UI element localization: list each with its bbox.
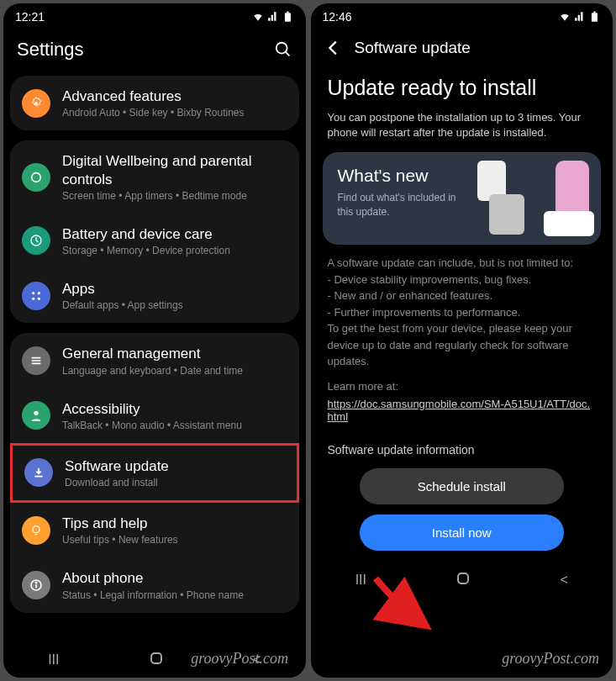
install-now-button[interactable]: Install now: [360, 515, 564, 551]
signal-icon: [574, 11, 586, 23]
page-title: Settings: [17, 39, 262, 61]
phone-right: 12:46 Software update Update ready to in…: [311, 3, 613, 678]
svg-point-10: [38, 297, 40, 299]
update-info: A software update can include, but is no…: [311, 255, 613, 380]
settings-group: General managementLanguage and keyboard …: [10, 333, 299, 612]
circle-icon: [22, 163, 50, 192]
settings-item-accessibility[interactable]: AccessibilityTalkBack • Mono audio • Ass…: [10, 388, 299, 443]
settings-item-text: General managementLanguage and keyboard …: [62, 345, 287, 376]
grid-icon: [22, 282, 50, 310]
download-icon: [24, 458, 53, 487]
settings-item-subtitle: Storage • Memory • Device protection: [62, 245, 287, 256]
settings-item-subtitle: Download and install: [65, 477, 285, 488]
svg-point-7: [32, 292, 34, 294]
nav-bar: III <: [3, 639, 306, 678]
svg-point-15: [33, 525, 39, 532]
settings-item-subtitle: TalkBack • Mono audio • Assistant menu: [62, 420, 287, 431]
svg-rect-0: [284, 13, 290, 21]
svg-point-5: [32, 172, 41, 182]
settings-item-title: Battery and device care: [62, 225, 287, 243]
back-icon[interactable]: [324, 39, 343, 57]
battery-icon: [22, 226, 50, 255]
settings-item-text: Digital Wellbeing and parental controlsS…: [62, 152, 287, 202]
settings-item-digital-wellbeing-and-parental-controls[interactable]: Digital Wellbeing and parental controlsS…: [10, 140, 299, 214]
settings-item-apps[interactable]: AppsDefault apps • App settings: [10, 268, 299, 323]
gear-icon: [22, 89, 50, 118]
bulb-icon: [22, 516, 50, 545]
settings-item-title: General management: [62, 345, 287, 362]
settings-item-subtitle: Status • Legal information • Phone name: [62, 589, 287, 601]
whats-new-images: [469, 161, 594, 236]
statusbar: 12:46: [311, 3, 613, 27]
settings-item-text: Tips and helpUseful tips • New features: [62, 515, 287, 546]
back-button[interactable]: <: [561, 573, 568, 588]
wifi-icon: [559, 11, 571, 23]
settings-item-advanced-features[interactable]: Advanced featuresAndroid Auto • Side key…: [10, 76, 299, 130]
svg-point-9: [32, 297, 34, 299]
status-time: 12:46: [323, 10, 352, 24]
search-icon[interactable]: [274, 40, 292, 59]
home-button[interactable]: [149, 651, 164, 669]
wifi-icon: [252, 11, 264, 23]
settings-item-text: Battery and device careStorage • Memory …: [62, 225, 287, 256]
settings-item-text: About phoneStatus • Legal information • …: [62, 569, 287, 600]
settings-item-battery-and-device-care[interactable]: Battery and device careStorage • Memory …: [10, 214, 299, 268]
settings-item-subtitle: Language and keyboard • Date and time: [62, 365, 287, 377]
settings-item-title: About phone: [62, 569, 287, 587]
settings-item-about-phone[interactable]: About phoneStatus • Legal information • …: [10, 557, 299, 612]
page-title: Software update: [355, 39, 600, 57]
recents-button[interactable]: III: [355, 573, 366, 588]
svg-point-2: [276, 43, 287, 54]
settings-item-title: Accessibility: [62, 400, 287, 418]
settings-list[interactable]: Advanced featuresAndroid Auto • Side key…: [3, 76, 306, 639]
settings-item-title: Advanced features: [62, 87, 287, 105]
settings-item-text: Advanced featuresAndroid Auto • Side key…: [62, 87, 287, 119]
svg-rect-23: [458, 573, 468, 583]
settings-item-subtitle: Android Auto • Side key • Bixby Routines: [62, 107, 287, 119]
back-button[interactable]: <: [253, 652, 261, 668]
svg-line-3: [285, 52, 289, 56]
svg-rect-20: [151, 653, 161, 663]
svg-point-19: [35, 582, 36, 583]
update-description: You can postpone the installation up to …: [311, 110, 613, 152]
settings-item-software-update[interactable]: Software updateDownload and install: [10, 443, 299, 503]
action-buttons: Schedule install Install now: [311, 462, 613, 559]
settings-item-text: AccessibilityTalkBack • Mono audio • Ass…: [62, 400, 287, 431]
home-button[interactable]: [455, 571, 471, 589]
whats-new-card[interactable]: What's new Find out what's included in t…: [323, 152, 602, 245]
learn-more-label: Learn more at:: [311, 380, 613, 393]
recents-button[interactable]: III: [48, 652, 59, 668]
settings-item-title: Apps: [62, 280, 287, 298]
svg-point-14: [34, 411, 38, 415]
settings-item-title: Software update: [65, 457, 285, 475]
settings-item-text: Software updateDownload and install: [65, 457, 285, 488]
settings-item-subtitle: Useful tips • New features: [62, 534, 287, 546]
software-update-info-label: Software update information: [311, 423, 613, 462]
learn-more-link[interactable]: https://doc.samsungmobile.com/SM-A515U1/…: [311, 398, 613, 423]
status-icons: [252, 10, 294, 24]
settings-item-title: Digital Wellbeing and parental controls: [62, 152, 287, 188]
statusbar: 12:21: [3, 3, 306, 27]
whats-new-subtitle: Find out what's included in this update.: [338, 191, 475, 218]
svg-rect-21: [592, 13, 598, 21]
svg-rect-1: [287, 12, 288, 13]
settings-item-tips-and-help[interactable]: Tips and helpUseful tips • New features: [10, 503, 299, 557]
settings-item-subtitle: Screen time • App timers • Bedtime mode: [62, 190, 287, 202]
update-title: Update ready to install: [311, 72, 613, 110]
update-header: Software update: [311, 27, 613, 72]
svg-rect-22: [593, 12, 595, 13]
settings-item-title: Tips and help: [62, 515, 287, 532]
schedule-install-button[interactable]: Schedule install: [360, 468, 564, 504]
settings-group: Digital Wellbeing and parental controlsS…: [10, 140, 299, 323]
settings-item-subtitle: Default apps • App settings: [62, 299, 287, 311]
info-icon: [22, 571, 50, 599]
person-icon: [22, 401, 50, 430]
nav-bar: III <: [311, 559, 613, 598]
settings-header: Settings: [3, 27, 306, 76]
status-time: 12:21: [15, 10, 45, 24]
settings-group: Advanced featuresAndroid Auto • Side key…: [10, 76, 299, 130]
battery-icon: [589, 11, 601, 23]
phone-left: 12:21 Settings Advanced featuresAndroid …: [3, 3, 306, 678]
settings-item-general-management[interactable]: General managementLanguage and keyboard …: [10, 333, 299, 388]
bars-icon: [22, 346, 50, 375]
